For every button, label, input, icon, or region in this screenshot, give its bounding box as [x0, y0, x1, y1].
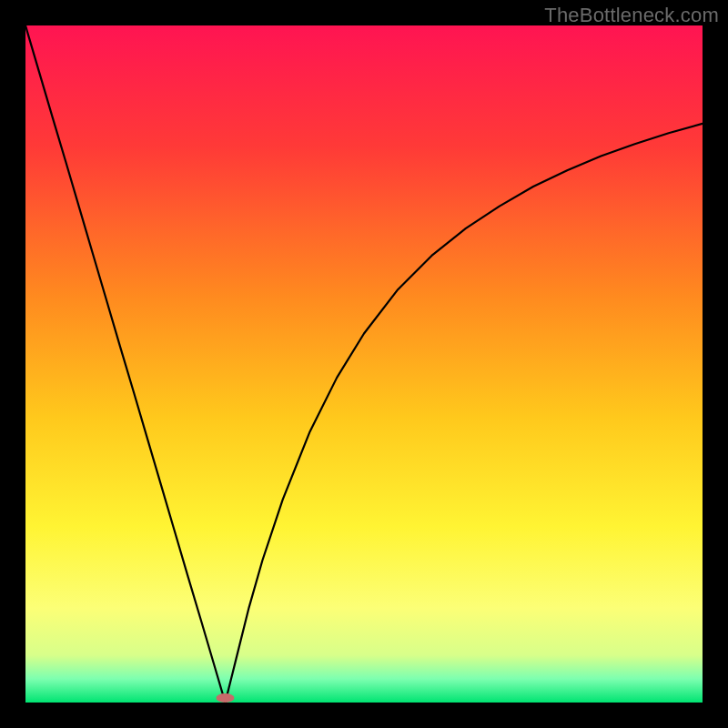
plot-area [25, 25, 703, 703]
marker-group [216, 693, 234, 703]
chart-frame: TheBottleneck.com [0, 0, 728, 728]
gradient-background [25, 25, 703, 703]
watermark-text: TheBottleneck.com [544, 4, 719, 27]
plot-svg [25, 25, 703, 703]
bottleneck-point [216, 693, 234, 703]
